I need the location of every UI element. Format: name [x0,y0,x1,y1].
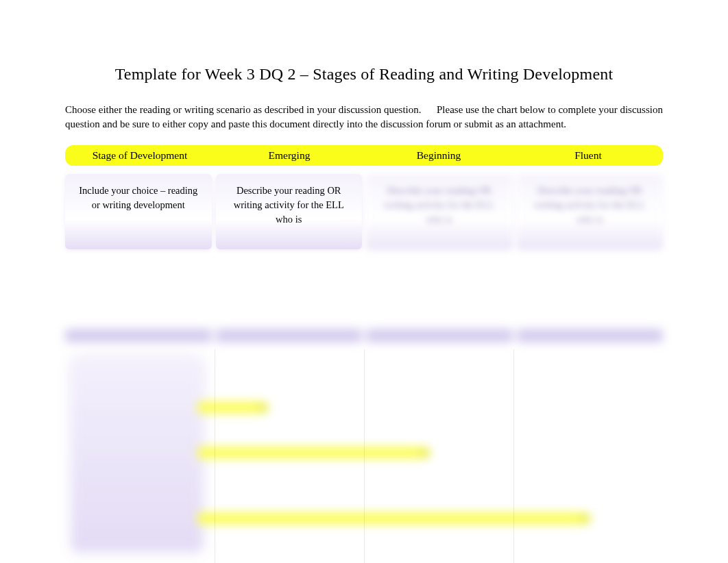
page-title: Template for Week 3 DQ 2 – Stages of Rea… [65,65,663,84]
blurred-preview-region [0,329,728,563]
document-page: Template for Week 3 DQ 2 – Stages of Rea… [0,0,728,249]
header-fluent: Fluent [513,149,663,162]
blurred-band-row [0,329,728,342]
card-emerging: Describe your reading OR writing activit… [216,174,363,249]
blurred-arrow-1 [197,401,259,414]
header-emerging: Emerging [215,149,364,162]
card-stage: Include your choice – reading or writing… [65,174,212,249]
cell-emerging: Describe your reading OR writing activit… [216,174,363,249]
blurred-card [73,359,202,551]
card-beginning: Describe your reading OR writing activit… [366,174,513,249]
intro-paragraph: Choose either the reading or writing sce… [65,103,663,132]
blurred-arrow-dot [579,512,591,525]
table-header-row: Stage of Development Emerging Beginning … [65,145,663,166]
cell-beginning: Describe your reading OR writing activit… [366,174,513,249]
table-body-row-1: Include your choice – reading or writing… [65,174,663,249]
blurred-arrow-2 [197,447,421,459]
blurred-band [216,329,363,342]
cell-stage: Include your choice – reading or writing… [65,174,212,249]
blurred-arrow-dot [418,447,430,459]
cell-fluent: Describe your reading OR writing activit… [517,174,664,249]
blurred-arrow-3 [197,512,581,525]
card-fluent: Describe your reading OR writing activit… [517,174,664,249]
header-stage: Stage of Development [65,149,215,162]
blurred-band [517,329,664,342]
blurred-band [65,329,212,342]
blurred-arrow-dot [256,401,269,414]
blurred-band [366,329,513,342]
header-beginning: Beginning [364,149,513,162]
